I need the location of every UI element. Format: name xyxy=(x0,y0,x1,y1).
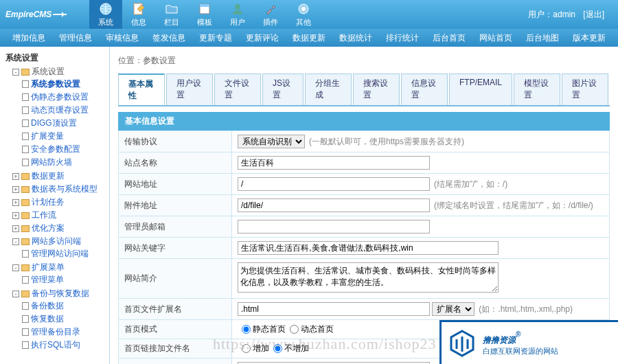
ext-input[interactable] xyxy=(238,302,430,316)
tree-backup[interactable]: 备份与恢复数据 xyxy=(32,288,89,298)
tree-cron[interactable]: 计划任务 xyxy=(32,197,65,207)
lbl-indexmode: 首页模式 xyxy=(119,320,232,339)
sub-ver[interactable]: 版本更新 xyxy=(566,32,613,44)
folder-icon xyxy=(21,199,30,206)
tree-multi-manage[interactable]: 管理网站访问端 xyxy=(31,249,89,258)
folder-icon xyxy=(21,238,30,245)
tab-basic[interactable]: 基本属性 xyxy=(118,73,165,105)
tree-security[interactable]: 安全参数配置 xyxy=(31,144,80,154)
nav-column[interactable]: 栏目 xyxy=(155,0,188,29)
file-icon xyxy=(22,302,29,310)
nav-plugin[interactable]: 插件 xyxy=(254,0,287,29)
tab-infoset[interactable]: 信息设置 xyxy=(401,73,448,105)
folder-icon xyxy=(21,173,30,180)
file-icon xyxy=(22,133,29,140)
sub-adminhome[interactable]: 后台首页 xyxy=(426,32,472,44)
gear-icon xyxy=(297,2,310,16)
sitename-input[interactable] xyxy=(238,156,430,170)
ext-select[interactable]: 扩展名 xyxy=(432,302,474,316)
lbl-siteurl: 网站地址 xyxy=(119,174,232,195)
lbl-email: 管理员邮箱 xyxy=(119,216,232,238)
tree-optimize[interactable]: 优化方案 xyxy=(32,223,65,233)
sub-stat[interactable]: 数据统计 xyxy=(332,32,379,44)
lbl-keywords: 网站关键字 xyxy=(119,238,232,259)
tree-sql[interactable]: 执行SQL语句 xyxy=(31,340,80,350)
tab-ftp[interactable]: FTP/EMAIL xyxy=(449,73,512,105)
nav-info[interactable]: 信息 xyxy=(122,0,155,29)
sub-topic[interactable]: 更新专题 xyxy=(192,32,239,44)
tree-dataupdate[interactable]: 数据更新 xyxy=(32,171,65,181)
tab-js[interactable]: JS设置 xyxy=(262,73,304,105)
tree-model[interactable]: 数据表与系统模型 xyxy=(32,184,98,194)
sub-comment[interactable]: 更新评论 xyxy=(239,32,286,44)
tab-model[interactable]: 模型设置 xyxy=(514,73,560,105)
brand-slogan: 白嫖互联网资源的网站 xyxy=(483,346,558,356)
keywords-input[interactable] xyxy=(238,241,499,255)
add-radio[interactable] xyxy=(242,344,251,353)
tree-restore[interactable]: 恢复数据 xyxy=(31,314,64,323)
tree-backupdir[interactable]: 管理备份目录 xyxy=(31,327,80,337)
tree-backup-do[interactable]: 备份数据 xyxy=(31,301,64,310)
file-icon xyxy=(22,315,29,323)
tree-menu[interactable]: 扩展菜单 xyxy=(32,262,65,272)
expand-icon[interactable]: + xyxy=(12,199,19,206)
nav-user[interactable]: 用户 xyxy=(221,0,254,29)
sub-sitehome[interactable]: 网站首页 xyxy=(472,32,519,44)
dynamic-radio[interactable] xyxy=(290,325,299,334)
sub-audit[interactable]: 审核信息 xyxy=(99,32,146,44)
sub-map[interactable]: 后台地图 xyxy=(519,32,566,44)
tab-group[interactable]: 分组生成 xyxy=(305,73,352,105)
tree-cache[interactable]: 动态页缓存设置 xyxy=(31,105,89,115)
nav-system[interactable]: 系统 xyxy=(89,0,122,29)
file-icon xyxy=(22,328,29,336)
brand-box: 撸撸资源® 白嫖互联网资源的网站 xyxy=(439,320,618,364)
expand-icon[interactable]: - xyxy=(12,69,19,76)
file-icon xyxy=(22,80,29,88)
siteurl-input[interactable] xyxy=(238,177,430,191)
tree-rewrite[interactable]: 伪静态参数设置 xyxy=(31,92,89,102)
tab-search[interactable]: 搜索设置 xyxy=(353,73,400,105)
fileurl-input[interactable] xyxy=(238,198,430,212)
tree-digg[interactable]: DIGG顶设置 xyxy=(31,118,77,128)
expand-icon[interactable]: - xyxy=(12,291,19,297)
tab-file[interactable]: 文件设置 xyxy=(214,73,261,105)
sub-data[interactable]: 数据更新 xyxy=(286,32,332,44)
logout-link[interactable]: [退出] xyxy=(583,10,604,19)
folder-icon xyxy=(21,212,30,219)
expand-icon[interactable]: + xyxy=(12,186,19,193)
static-radio[interactable] xyxy=(242,325,251,334)
tree-workflow[interactable]: 工作流 xyxy=(32,210,56,220)
file-icon xyxy=(22,93,29,101)
expand-icon[interactable]: - xyxy=(12,238,19,245)
tab-user[interactable]: 用户设置 xyxy=(166,73,213,105)
nav-template[interactable]: 模板 xyxy=(188,0,221,29)
nav-other[interactable]: 其他 xyxy=(287,0,320,29)
breadcrumb: 位置：参数设置 xyxy=(118,52,610,69)
noadd-radio[interactable] xyxy=(273,344,282,353)
lbl-fronttime: 前台PHP超时时间设置 xyxy=(119,359,232,365)
folder-icon xyxy=(21,291,30,297)
tree-multi[interactable]: 网站多访问端 xyxy=(32,236,81,246)
tabs: 基本属性 用户设置 文件设置 JS设置 分组生成 搜索设置 信息设置 FTP/E… xyxy=(118,73,610,106)
folder-icon xyxy=(21,264,30,271)
protocol-select[interactable]: 系统自动识别 xyxy=(238,135,305,148)
expand-icon[interactable]: - xyxy=(12,264,19,271)
user-area: 用户：admin [退出] xyxy=(528,9,618,21)
desc-textarea[interactable]: 为您提供生活百科、生活常识、城市美食、数码科技、女性时尚等多样化信息，以及教学教… xyxy=(238,262,499,293)
expand-icon[interactable]: + xyxy=(12,225,19,232)
tab-image[interactable]: 图片设置 xyxy=(562,73,608,105)
sub-add[interactable]: 增加信息 xyxy=(5,32,52,44)
expand-icon[interactable]: + xyxy=(12,173,19,180)
main-nav: 系统 信息 栏目 模板 用户 插件 其他 xyxy=(89,0,320,29)
tree-firewall[interactable]: 网站防火墙 xyxy=(31,157,72,167)
tree-sysparam[interactable]: 系统参数设置 xyxy=(31,79,80,89)
lbl-sitename: 站点名称 xyxy=(119,152,232,174)
expand-icon[interactable]: + xyxy=(12,212,19,219)
sub-rank[interactable]: 排行统计 xyxy=(379,32,426,44)
sub-manage[interactable]: 管理信息 xyxy=(52,32,99,44)
tree-menu-manage[interactable]: 管理菜单 xyxy=(31,275,64,284)
folder-icon xyxy=(165,2,179,16)
tree-var[interactable]: 扩展变量 xyxy=(31,131,64,141)
sub-sign[interactable]: 签发信息 xyxy=(146,32,192,44)
email-input[interactable] xyxy=(238,220,430,234)
